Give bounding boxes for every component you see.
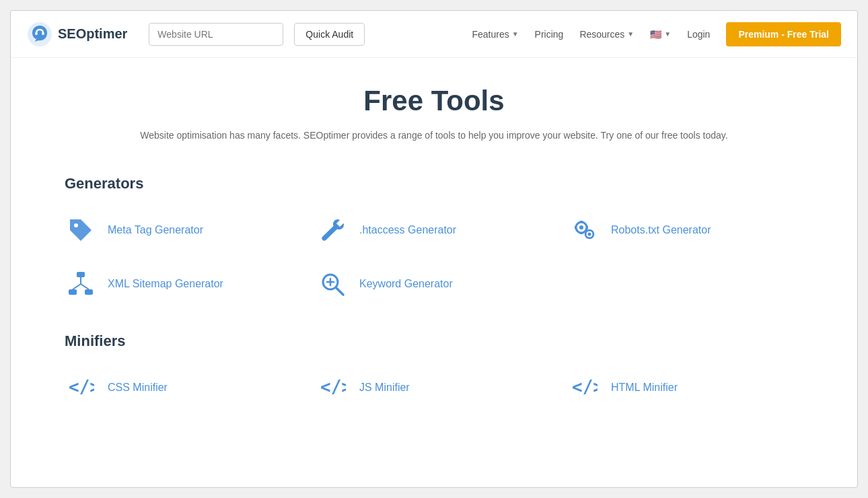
tool-css-minifier[interactable]: </> CSS Minifier: [65, 371, 300, 404]
svg-rect-10: [575, 226, 577, 229]
js-minifier-label[interactable]: JS Minifier: [359, 382, 410, 394]
quick-audit-button[interactable]: Quick Audit: [294, 23, 365, 46]
tool-robots-txt-generator[interactable]: Robots.txt Generator: [568, 214, 803, 246]
tool-xml-sitemap-generator[interactable]: XML Sitemap Generator: [65, 268, 300, 300]
wrench-icon: [316, 214, 349, 246]
svg-rect-8: [580, 221, 583, 223]
resources-dropdown-arrow: ▼: [627, 30, 634, 38]
page-title: Free Tools: [65, 85, 803, 117]
nav-resources[interactable]: Resources ▼: [579, 29, 634, 40]
nav-links: Features ▼ Pricing Resources ▼ 🇺🇸 ▼ Logi…: [472, 22, 841, 46]
svg-text:</>: </>: [320, 377, 346, 397]
nav-features[interactable]: Features ▼: [472, 29, 518, 40]
svg-text:</>: </>: [572, 377, 598, 397]
search-plus-icon: [316, 268, 349, 300]
nav-pricing[interactable]: Pricing: [535, 29, 564, 40]
svg-rect-13: [588, 238, 591, 240]
meta-tag-generator-label[interactable]: Meta Tag Generator: [108, 224, 203, 236]
svg-line-21: [81, 284, 89, 289]
features-dropdown-arrow: ▼: [512, 30, 519, 38]
svg-rect-11: [586, 226, 588, 229]
svg-line-20: [73, 284, 81, 289]
login-link[interactable]: Login: [687, 29, 710, 40]
keyword-generator-label[interactable]: Keyword Generator: [359, 278, 453, 290]
svg-line-23: [336, 287, 343, 295]
svg-rect-12: [588, 229, 591, 232]
css-code-icon: </>: [65, 371, 97, 404]
url-input[interactable]: [149, 23, 283, 46]
svg-rect-9: [580, 232, 583, 234]
sitemap-icon: [65, 268, 97, 300]
svg-point-5: [579, 225, 583, 229]
generators-title: Generators: [65, 175, 803, 192]
main-content: Free Tools Website optimisation has many…: [11, 58, 857, 463]
generators-row1: Meta Tag Generator .htaccess Generator: [65, 214, 803, 300]
page-subtitle: Website optimisation has many facets. SE…: [65, 128, 803, 143]
tool-htaccess-generator[interactable]: .htaccess Generator: [316, 214, 552, 246]
svg-rect-17: [69, 289, 77, 295]
svg-rect-16: [77, 272, 85, 277]
svg-rect-18: [85, 289, 93, 295]
svg-text:</>: </>: [69, 377, 94, 397]
svg-point-1: [35, 32, 38, 35]
minifiers-title: Minifiers: [65, 332, 803, 350]
logo-icon: [27, 22, 52, 47]
svg-rect-14: [585, 233, 587, 236]
tag-icon: [65, 214, 97, 246]
svg-rect-15: [593, 233, 595, 236]
svg-point-2: [42, 32, 44, 35]
language-selector[interactable]: 🇺🇸 ▼: [650, 29, 671, 40]
language-dropdown-arrow: ▼: [664, 30, 671, 38]
tool-meta-tag-generator[interactable]: Meta Tag Generator: [65, 214, 300, 246]
robots-txt-generator-label[interactable]: Robots.txt Generator: [611, 224, 711, 236]
navbar: SEOptimer Quick Audit Features ▼ Pricing…: [11, 11, 857, 58]
logo[interactable]: SEOptimer: [27, 22, 127, 47]
gears-icon: [568, 214, 600, 246]
svg-point-3: [74, 223, 78, 227]
tool-keyword-generator[interactable]: Keyword Generator: [316, 268, 552, 300]
html-minifier-label[interactable]: HTML Minifier: [611, 382, 678, 394]
generators-section: Generators Meta Tag Generator: [65, 175, 803, 300]
html-code-icon: </>: [568, 371, 600, 404]
htaccess-generator-label[interactable]: .htaccess Generator: [359, 224, 456, 236]
tool-html-minifier[interactable]: </> HTML Minifier: [568, 371, 803, 404]
svg-point-7: [588, 233, 591, 236]
minifiers-section: Minifiers </> CSS Minifier </>: [65, 332, 803, 404]
xml-sitemap-generator-label[interactable]: XML Sitemap Generator: [108, 278, 223, 290]
premium-button[interactable]: Premium - Free Trial: [726, 22, 841, 46]
app-window: SEOptimer Quick Audit Features ▼ Pricing…: [10, 10, 858, 488]
tool-js-minifier[interactable]: </> JS Minifier: [316, 371, 552, 404]
logo-text: SEOptimer: [58, 26, 127, 42]
flag-icon: 🇺🇸: [650, 29, 661, 40]
css-minifier-label[interactable]: CSS Minifier: [108, 382, 168, 394]
js-code-icon: </>: [316, 371, 349, 404]
minifiers-row: </> CSS Minifier </> JS Minifier: [65, 371, 803, 404]
